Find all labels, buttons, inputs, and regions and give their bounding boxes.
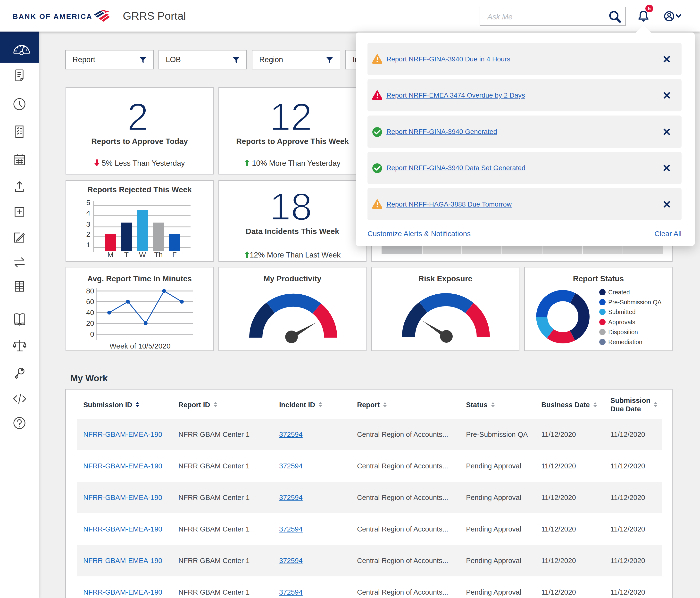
svg-text:1: 1 (86, 241, 90, 249)
svg-text:F: F (172, 251, 177, 259)
svg-text:4: 4 (86, 209, 90, 217)
svg-text:Disposition: Disposition (608, 329, 638, 335)
svg-text:Week of 10/5/2020: Week of 10/5/2020 (109, 342, 170, 350)
svg-text:80: 80 (86, 287, 94, 295)
svg-text:20: 20 (86, 319, 94, 327)
svg-text:60: 60 (86, 298, 94, 305)
svg-text:W: W (139, 251, 146, 259)
svg-text:Pre-Submission QA: Pre-Submission QA (608, 299, 661, 305)
svg-text:Th: Th (154, 251, 162, 259)
svg-text:3: 3 (86, 220, 90, 228)
svg-text:M: M (107, 251, 114, 259)
svg-text:2: 2 (86, 230, 90, 238)
svg-text:Approvals: Approvals (608, 319, 635, 325)
svg-text:0: 0 (90, 330, 94, 338)
svg-text:Created: Created (608, 289, 630, 296)
svg-text:Submitted: Submitted (608, 308, 636, 315)
svg-text:40: 40 (86, 308, 94, 317)
svg-text:5: 5 (86, 199, 90, 206)
svg-text:Remediation: Remediation (608, 339, 642, 345)
svg-text:T: T (124, 251, 129, 259)
